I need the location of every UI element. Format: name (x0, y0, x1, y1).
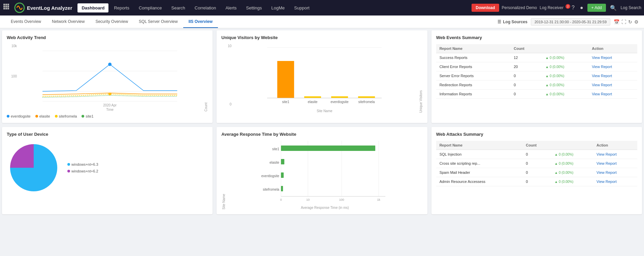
legend-dot-elasite (35, 115, 38, 118)
nav-alerts[interactable]: Alerts (221, 3, 240, 12)
legend-dot-eventlogsite (7, 115, 9, 118)
user-icon[interactable]: ● (579, 3, 585, 12)
avg-response-x-label: Average Response Time (in ms) (227, 206, 422, 210)
log-search-label[interactable]: Log Search (621, 5, 641, 10)
col-attack-trend (551, 141, 593, 150)
svg-rect-38 (281, 172, 284, 178)
table-row: Redirection Reports 0 ▲ 0 (0.00%) View R… (436, 81, 637, 90)
grid-icon (3, 3, 12, 12)
attack-action-cell[interactable]: View Report (593, 177, 637, 186)
col-attack-action: Action (593, 141, 637, 150)
legend-windows-6-2: windows+nt+6.2 (67, 169, 98, 173)
nav-dashboard[interactable]: Dashboard (77, 3, 108, 12)
nav-search[interactable]: Search (167, 3, 189, 12)
legend-dot-purple (67, 170, 70, 172)
action-cell[interactable]: View Report (588, 62, 637, 71)
main-content: Web Activity Trend 10k 100 (0, 28, 644, 216)
svg-rect-0 (3, 4, 5, 5)
table-row: SQL Injection 0 ▲ 0 (0.00%) View Report (436, 150, 637, 159)
trend-cell: ▲ 0 (0.00%) (542, 53, 588, 62)
search-magnifier-icon[interactable]: 🔍 (609, 3, 618, 12)
web-attacks-title: Web Attacks Summary (436, 132, 637, 137)
web-activity-trend-title: Web Activity Trend (7, 35, 208, 40)
table-row: Success Reports 12 ▲ 0 (0.00%) View Repo… (436, 53, 637, 62)
attack-trend-cell: ▲ 0 (0.00%) (551, 159, 593, 168)
action-cell[interactable]: View Report (588, 71, 637, 81)
personalized-demo-button[interactable]: Personalized Demo (502, 5, 537, 10)
attack-name-cell: Admin Resource Accessess (436, 177, 523, 186)
y-axis-label: Count (203, 44, 208, 111)
col-attack-name: Report Name (436, 141, 523, 150)
nav-compliance[interactable]: Compliance (135, 3, 166, 12)
svg-rect-20 (277, 61, 294, 98)
help-icon[interactable]: ? (570, 3, 576, 12)
add-button[interactable]: + Add (587, 4, 606, 12)
log-sources-label: Log Sources (503, 20, 527, 24)
table-row: Cross site scripting rep... 0 ▲ 0 (0.00%… (436, 159, 637, 168)
trend-chart-area: 2020 Apr Time (18, 44, 201, 111)
unique-visitors-x-label: Site Name (233, 109, 416, 113)
avg-response-y-label: Site Name (221, 141, 226, 210)
nav-reports[interactable]: Reports (110, 3, 133, 12)
nav-settings[interactable]: Settings (242, 3, 266, 12)
unique-visitors-y-axis: 10 0 (221, 44, 231, 113)
attack-action-cell[interactable]: View Report (593, 168, 637, 177)
calendar-icon[interactable]: 📅 (614, 19, 619, 25)
nav-correlation[interactable]: Correlation (191, 3, 220, 12)
col-report-name: Report Name (436, 44, 511, 53)
settings-icon[interactable]: ⚙ (634, 19, 639, 25)
trend-chart-container: 10k 100 (7, 44, 208, 111)
log-receiver-button[interactable]: Log Receiver 2 (540, 5, 568, 10)
trend-cell: ▲ 0 (0.00%) (542, 71, 588, 81)
web-attacks-header-row: Report Name Count Action (436, 141, 637, 150)
attack-count-cell: 0 (522, 159, 551, 168)
action-cell[interactable]: View Report (588, 90, 637, 99)
log-sources-button[interactable]: ☰ Log Sources (497, 20, 527, 24)
legend-sitefromela: sitefromela (55, 114, 77, 118)
trend-cell: ▲ 0 (0.00%) (542, 81, 588, 90)
fullscreen-icon[interactable]: ⛶ (621, 19, 626, 25)
unique-visitors-panel: Unique Visitors by Website 10 0 (217, 30, 427, 123)
col-action: Action (588, 44, 637, 53)
subnav-iis-overview[interactable]: IIS Overview (183, 16, 218, 28)
unique-visitors-svg: site1 elasite eventlogsite sitefromela (233, 44, 416, 108)
action-cell[interactable]: View Report (588, 81, 637, 90)
hbar-area: site1 elasite eventlogsite sitefromela 0 (227, 141, 422, 210)
attack-action-cell[interactable]: View Report (593, 150, 637, 159)
svg-text:2020 Apr: 2020 Apr (103, 103, 117, 107)
svg-rect-1 (5, 4, 7, 5)
attack-trend-cell: ▲ 0 (0.00%) (551, 177, 593, 186)
table-row: Information Reports 0 ▲ 0 (0.00%) View R… (436, 90, 637, 99)
attack-count-cell: 0 (522, 168, 551, 177)
count-cell: 0 (510, 71, 542, 81)
unique-visitors-chart-container: 10 0 (221, 44, 422, 113)
nav-support[interactable]: Support (290, 3, 314, 12)
subnav-security-overview[interactable]: Security Overview (90, 16, 133, 28)
legend-site1: site1 (82, 114, 93, 118)
report-name-cell: Client Error Reports (436, 62, 511, 71)
attack-action-cell[interactable]: View Report (593, 159, 637, 168)
subnav-network-overview[interactable]: Network Overview (46, 16, 90, 28)
legend-windows-6-3: windows+nt+6.3 (67, 162, 98, 166)
date-range-picker[interactable]: 2019-12-31 21:30:00 - 2020-05-31 21:29:5… (531, 18, 610, 26)
pie-legend: windows+nt+6.3 windows+nt+6.2 (67, 162, 98, 173)
hbar-svg: site1 elasite eventlogsite sitefromela 0 (227, 141, 422, 205)
web-events-table: Report Name Count Action Success Reports… (436, 44, 637, 99)
nav-logme[interactable]: LogMe (267, 3, 289, 12)
svg-text:10: 10 (306, 198, 310, 201)
count-cell: 12 (510, 53, 542, 62)
svg-point-16 (109, 93, 111, 95)
unique-visitors-chart-area: site1 elasite eventlogsite sitefromela S… (233, 44, 416, 113)
web-events-summary-title: Web Events Summary (436, 35, 637, 40)
svg-text:0: 0 (280, 198, 282, 201)
subnav-sql-server-overview[interactable]: SQL Server Overview (133, 16, 183, 28)
download-button[interactable]: Download (472, 4, 499, 12)
attack-name-cell: Spam Mail Header (436, 168, 523, 177)
refresh-icon[interactable]: ↻ (628, 19, 632, 25)
table-row: Server Error Reports 0 ▲ 0 (0.00%) View … (436, 71, 637, 81)
svg-rect-3 (3, 6, 5, 7)
svg-rect-7 (5, 8, 7, 9)
action-cell[interactable]: View Report (588, 53, 637, 62)
subnav-events-overview[interactable]: Events Overview (5, 16, 46, 28)
svg-rect-6 (3, 8, 5, 9)
